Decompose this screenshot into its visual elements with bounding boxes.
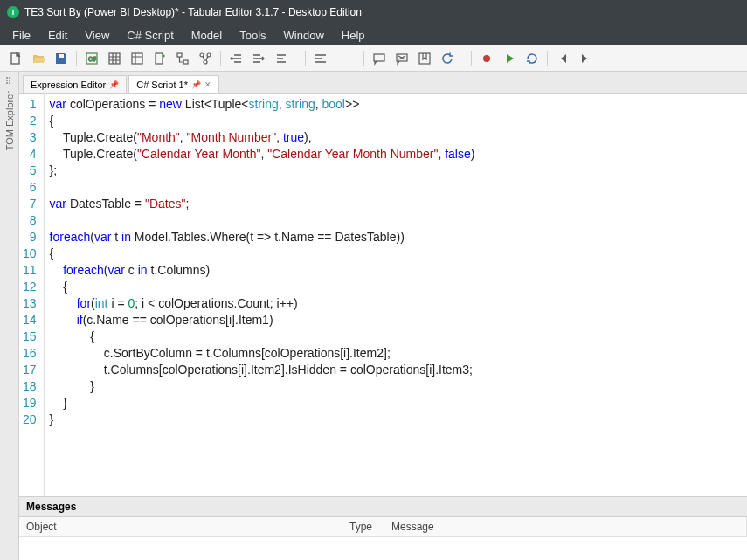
open-button[interactable] <box>28 48 49 69</box>
menu-edit[interactable]: Edit <box>39 26 76 45</box>
column-message[interactable]: Message <box>384 517 747 536</box>
pivot-button[interactable] <box>127 48 148 69</box>
column-object[interactable]: Object <box>19 517 342 536</box>
code-line[interactable] <box>50 179 742 196</box>
code-line[interactable]: Tuple.Create("Month", "Month Number", tr… <box>50 129 742 146</box>
menu-tools[interactable]: Tools <box>231 26 274 45</box>
code-line[interactable]: { <box>50 328 742 345</box>
menu-window[interactable]: Window <box>275 26 333 45</box>
step-first-button[interactable] <box>552 48 573 69</box>
titlebar: T TE3 Sort By (Power BI Desktop)* - Tabu… <box>0 0 747 24</box>
new-button[interactable] <box>5 48 26 69</box>
menu-view[interactable]: View <box>76 26 118 45</box>
svg-rect-5 <box>156 53 163 64</box>
code-line[interactable]: } <box>50 411 742 428</box>
code-line[interactable]: for(int i = 0; i < colOperations.Count; … <box>50 295 742 312</box>
line-number: 15 <box>23 328 37 345</box>
line-number: 8 <box>23 212 37 229</box>
line-number: 17 <box>23 362 37 378</box>
code-line[interactable]: foreach(var c in t.Columns) <box>50 262 742 279</box>
svg-rect-4 <box>132 53 142 64</box>
code-line[interactable]: { <box>50 245 742 262</box>
line-number: 6 <box>23 179 37 196</box>
code-editor[interactable]: 1234567891011121314151617181920 var colO… <box>19 94 747 496</box>
tab-strip: Expression Editor📌C# Script 1*📌✕ <box>19 72 747 94</box>
svg-point-10 <box>204 60 207 64</box>
code-line[interactable]: { <box>50 113 742 129</box>
undo-run-button[interactable] <box>522 48 543 69</box>
menu-model[interactable]: Model <box>183 26 231 45</box>
line-number: 12 <box>23 279 37 295</box>
tab-label: Expression Editor <box>31 80 106 90</box>
code-line[interactable]: { <box>50 279 742 295</box>
line-number: 9 <box>23 229 37 245</box>
messages-columns: Object Type Message <box>19 517 747 537</box>
step-last-button[interactable] <box>575 48 596 69</box>
csharp-new-button[interactable]: C# <box>81 48 102 69</box>
tab-expression-editor[interactable]: Expression Editor📌 <box>23 75 127 93</box>
separator <box>547 51 548 66</box>
column-type[interactable]: Type <box>342 517 384 536</box>
separator <box>363 51 364 66</box>
comment-button[interactable] <box>369 48 390 69</box>
code-line[interactable]: } <box>50 378 742 395</box>
menu-help[interactable]: Help <box>333 26 374 45</box>
line-number: 7 <box>23 196 37 212</box>
code-line[interactable]: c.SortByColumn = t.Columns[colOperations… <box>50 345 742 362</box>
uncomment-button[interactable] <box>391 48 412 69</box>
refresh-button[interactable] <box>437 48 458 69</box>
record-macro-button[interactable] <box>476 48 497 69</box>
line-number: 10 <box>23 245 37 262</box>
code-line[interactable]: foreach(var t in Model.Tables.Where(t =>… <box>50 229 742 245</box>
code-line[interactable]: }; <box>50 162 742 179</box>
align-left-button[interactable] <box>310 48 331 69</box>
side-panel[interactable]: TOM Explorer <box>0 72 19 560</box>
code-line[interactable]: } <box>50 395 742 411</box>
code-line[interactable]: t.Columns[colOperations[i].Item2].IsHidd… <box>50 362 742 378</box>
svg-rect-7 <box>183 60 188 64</box>
pin-icon[interactable]: 📌 <box>109 80 119 89</box>
line-number: 1 <box>23 96 37 113</box>
code-line[interactable]: if(c.Name == colOperations[i].Item1) <box>50 312 742 328</box>
code-line[interactable]: var colOperations = new List<Tuple<strin… <box>50 96 742 113</box>
grid-button[interactable] <box>104 48 125 69</box>
svg-point-17 <box>6 82 8 84</box>
pin-icon[interactable]: 📌 <box>191 80 201 89</box>
line-number: 14 <box>23 312 37 328</box>
line-number: 3 <box>23 129 37 146</box>
line-number: 5 <box>23 162 37 179</box>
dependency-button[interactable] <box>195 48 216 69</box>
svg-point-14 <box>483 55 490 62</box>
diagram-button[interactable] <box>172 48 193 69</box>
new-script-button[interactable] <box>149 48 170 69</box>
side-tab-label[interactable]: TOM Explorer <box>4 91 15 150</box>
separator <box>305 51 306 66</box>
line-gutter: 1234567891011121314151617181920 <box>19 94 45 496</box>
svg-rect-11 <box>374 54 384 61</box>
line-number: 16 <box>23 345 37 362</box>
menu-file[interactable]: File <box>3 26 39 45</box>
indent-button[interactable] <box>248 48 269 69</box>
content-area: Expression Editor📌C# Script 1*📌✕ 1234567… <box>19 72 747 560</box>
svg-point-20 <box>9 82 10 84</box>
menu-cscript[interactable]: C# Script <box>118 26 182 45</box>
code-content[interactable]: var colOperations = new List<Tuple<strin… <box>45 94 747 496</box>
line-number: 11 <box>23 262 37 279</box>
save-button[interactable] <box>51 48 72 69</box>
messages-body <box>19 537 747 560</box>
code-line[interactable]: var DatesTable = "Dates"; <box>50 196 742 212</box>
messages-header[interactable]: Messages <box>19 497 747 517</box>
format-button[interactable] <box>271 48 292 69</box>
separator <box>471 51 472 66</box>
code-line[interactable] <box>50 212 742 229</box>
svg-rect-13 <box>419 53 430 64</box>
line-number: 18 <box>23 378 37 395</box>
outdent-button[interactable] <box>225 48 246 69</box>
bookmark-button[interactable] <box>414 48 435 69</box>
close-icon[interactable]: ✕ <box>204 80 211 89</box>
run-script-button[interactable] <box>499 48 520 69</box>
svg-point-15 <box>6 77 8 79</box>
code-line[interactable]: Tuple.Create("Calendar Year Month", "Cal… <box>50 146 742 162</box>
tab-c--script-1-[interactable]: C# Script 1*📌✕ <box>128 75 219 93</box>
line-number: 20 <box>23 411 37 428</box>
